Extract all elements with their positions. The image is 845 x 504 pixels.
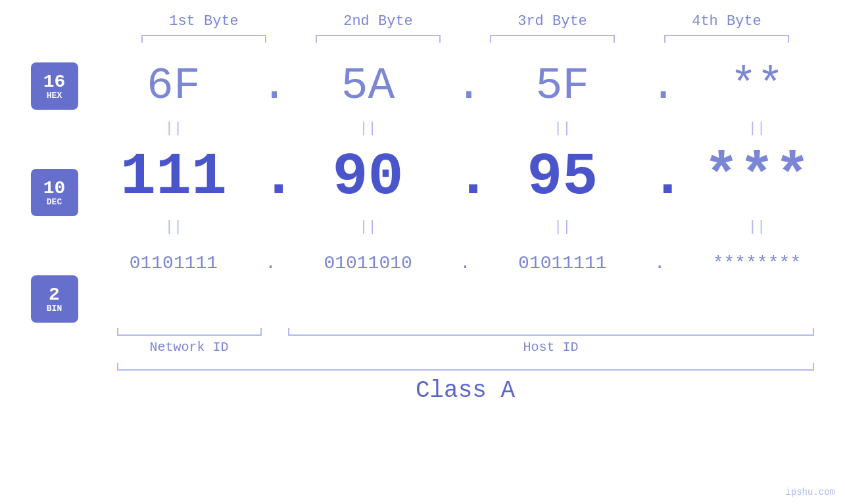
hex-byte4: **	[691, 60, 823, 111]
eq1-b2: ||	[302, 120, 434, 137]
dec-badge-num: 10	[43, 179, 66, 198]
host-id-label: Host ID	[523, 340, 578, 355]
values-grid: 6F . 5A . 5F . **	[97, 56, 834, 286]
hex-badge-text: HEX	[47, 91, 62, 100]
hex-dot1: .	[261, 60, 281, 111]
byte2-label: 2nd Byte	[312, 13, 444, 30]
byte3-label: 3rd Byte	[487, 13, 618, 30]
eq1-b3: ||	[496, 120, 628, 137]
main-container: 1st Byte 2nd Byte 3rd Byte 4th Byte 16 H…	[0, 0, 845, 504]
bin-dot2: .	[455, 253, 475, 273]
eq2-b1: ||	[108, 219, 239, 235]
bracket-byte3-top	[490, 35, 615, 43]
bracket-byte4-top	[664, 35, 789, 43]
eq2-b2: ||	[302, 219, 434, 235]
eq1-b1: ||	[108, 120, 239, 137]
dec-badge: 10 DEC	[31, 169, 78, 216]
bracket-spacer	[262, 328, 288, 355]
bin-byte4: ********	[691, 253, 823, 273]
equals-row-2: || || || ||	[97, 214, 834, 240]
hex-dot2: .	[455, 60, 475, 111]
bin-badge-text: BIN	[47, 304, 62, 313]
dec-badge-text: DEC	[47, 198, 62, 206]
hex-badge: 16 HEX	[31, 62, 78, 110]
class-row: Class A	[117, 363, 814, 404]
watermark: ipshu.com	[785, 487, 835, 497]
byte4-label: 4th Byte	[661, 13, 792, 30]
bin-dot3: .	[650, 253, 669, 273]
byte-headers: 1st Byte 2nd Byte 3rd Byte 4th Byte	[117, 13, 814, 30]
bin-byte2: 01011010	[302, 253, 434, 273]
dec-byte4: ***	[691, 144, 823, 211]
hex-row: 6F . 5A . 5F . **	[97, 56, 834, 115]
dec-dot1: .	[261, 144, 281, 211]
dec-dot3: .	[650, 144, 669, 211]
bracket-byte2-top	[316, 35, 441, 43]
bin-badge: 2 BIN	[31, 275, 78, 323]
bin-byte1: 01101111	[108, 253, 239, 273]
dec-byte3: 95	[496, 144, 628, 211]
hex-byte3: 5F	[496, 60, 628, 111]
byte1-label: 1st Byte	[138, 13, 270, 30]
rows-area: 16 HEX 10 DEC 2 BIN 6F .	[12, 56, 834, 323]
network-id-label: Network ID	[149, 340, 228, 355]
dec-row: 111 . 90 . 95 . ***	[97, 141, 834, 214]
top-brackets	[117, 35, 814, 43]
class-bracket	[117, 363, 814, 371]
hex-byte2: 5A	[302, 60, 434, 111]
host-id-bracket	[288, 328, 814, 336]
bracket-byte1-top	[141, 35, 266, 43]
host-id-section: Host ID	[288, 328, 814, 355]
eq2-b3: ||	[496, 219, 628, 235]
dec-byte1: 111	[108, 144, 239, 211]
network-id-section: Network ID	[117, 328, 262, 355]
equals-row-1: || || || ||	[97, 115, 834, 141]
hex-badge-num: 16	[43, 73, 66, 91]
bin-badge-num: 2	[49, 286, 60, 304]
bin-dot1: .	[261, 253, 281, 273]
dec-dot2: .	[455, 144, 475, 211]
dec-byte2: 90	[302, 144, 434, 211]
hex-byte1: 6F	[108, 60, 239, 111]
network-id-bracket	[117, 328, 262, 336]
class-label: Class A	[117, 377, 814, 404]
eq1-b4: ||	[691, 120, 823, 137]
hex-dot3: .	[650, 60, 669, 111]
bin-byte3: 01011111	[496, 253, 628, 273]
bin-row: 01101111 . 01011010 . 01011111 .	[97, 240, 834, 286]
badges-column: 16 HEX 10 DEC 2 BIN	[12, 56, 97, 323]
eq2-b4: ||	[691, 219, 823, 235]
bottom-brackets-area: Network ID Host ID	[117, 328, 814, 355]
